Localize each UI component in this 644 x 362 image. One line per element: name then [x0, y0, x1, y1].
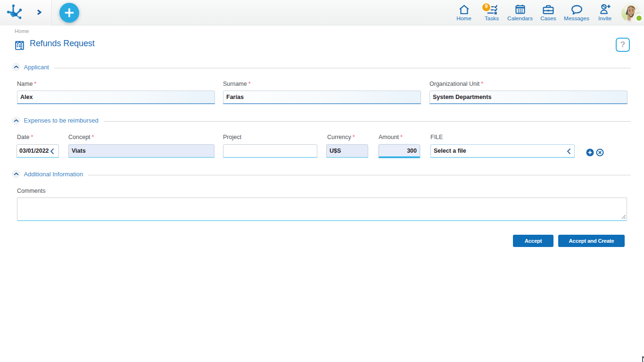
- expand-menu-chevron-icon[interactable]: [37, 9, 41, 15]
- accept-button[interactable]: Accept: [513, 235, 553, 247]
- field-value: Viats: [72, 148, 86, 154]
- nav-invite-label: Invite: [588, 15, 622, 22]
- field-label-text: Concept: [68, 134, 91, 140]
- status-online-dot: [635, 14, 643, 22]
- plus-icon: [65, 8, 74, 17]
- section-applicant-title: Applicant: [24, 64, 49, 71]
- name-label: Name*: [17, 81, 36, 87]
- collapse-additional-button[interactable]: [12, 170, 20, 178]
- date-label: Date*: [17, 134, 33, 140]
- date-picker-chevron-icon[interactable]: [50, 148, 54, 155]
- field-value: 03/01/2022: [19, 148, 49, 154]
- name-field[interactable]: Alex: [17, 90, 215, 104]
- amount-field[interactable]: 300: [379, 144, 420, 158]
- remove-row-icon[interactable]: [596, 148, 604, 156]
- required-asterisk: *: [31, 134, 33, 140]
- field-label-text: Organizational Unit: [429, 81, 479, 87]
- help-button[interactable]: ?: [616, 38, 630, 52]
- collapse-applicant-button[interactable]: [12, 63, 20, 71]
- field-label-text: FILE: [430, 134, 443, 140]
- surname-field[interactable]: Farías: [223, 90, 421, 104]
- comments-textarea[interactable]: [17, 197, 627, 221]
- field-label-text: Date: [17, 134, 29, 140]
- accept-and-create-button[interactable]: Accept and Create: [558, 235, 625, 247]
- chevron-up-icon: [14, 66, 19, 68]
- field-label-text: Currency: [327, 134, 351, 140]
- file-label: FILE: [430, 134, 443, 140]
- required-asterisk: *: [353, 134, 355, 140]
- orgunit-label: Organizational Unit*: [429, 81, 483, 87]
- comments-label: Comments: [17, 188, 45, 194]
- project-field[interactable]: [223, 144, 317, 158]
- field-label-text: Surname: [223, 81, 247, 87]
- resize-handle-icon[interactable]: [621, 214, 626, 219]
- date-field[interactable]: 03/01/2022: [17, 144, 59, 158]
- field-label-text: Comments: [17, 188, 45, 194]
- required-asterisk: *: [248, 81, 251, 87]
- surname-label: Surname*: [223, 81, 251, 87]
- page-title: Refunds Request: [30, 39, 95, 49]
- field-label-text: Name: [17, 81, 33, 87]
- section-applicant-header: Applicant: [12, 63, 631, 71]
- mouse-cursor: [642, 356, 644, 362]
- concept-field[interactable]: Viats: [68, 144, 215, 158]
- calendars-icon: [515, 4, 526, 15]
- messages-icon: [571, 4, 583, 15]
- field-value: Alex: [20, 94, 33, 100]
- section-rule: [54, 68, 631, 68]
- section-expenses-title: Expenses to be reimbursed: [24, 117, 99, 124]
- file-field[interactable]: Select a file: [430, 144, 575, 158]
- chevron-up-icon: [14, 119, 19, 122]
- section-rule: [88, 175, 631, 175]
- collapse-expenses-button[interactable]: [12, 116, 20, 125]
- invite-icon: [599, 4, 611, 15]
- add-row-icon[interactable]: [586, 148, 594, 156]
- section-rule: [104, 121, 631, 122]
- home-icon: [459, 4, 470, 15]
- section-additional-title: Additional Information: [24, 171, 83, 178]
- required-asterisk: *: [34, 81, 36, 87]
- section-additional-header: Additional Information: [12, 170, 631, 178]
- field-value: U$S: [330, 148, 341, 154]
- field-label-text: Amount: [379, 134, 399, 140]
- concept-label: Concept*: [68, 134, 94, 140]
- user-avatar[interactable]: [621, 3, 641, 23]
- nav-invite[interactable]: Invite: [588, 4, 622, 22]
- breadcrumb[interactable]: Home: [15, 28, 29, 34]
- bizagi-logo[interactable]: [6, 3, 24, 21]
- currency-field[interactable]: U$S: [326, 144, 368, 158]
- tasks-badge: 9: [481, 2, 491, 12]
- field-value: 300: [407, 148, 417, 154]
- currency-label: Currency*: [327, 134, 355, 140]
- file-select-chevron-icon[interactable]: [567, 148, 571, 155]
- field-value: System Departments: [433, 94, 491, 100]
- project-label: Project: [223, 134, 241, 140]
- topbar: Home 9 Tasks Calendars: [0, 0, 644, 25]
- amount-label: Amount*: [379, 134, 403, 140]
- logo-panel: [0, 0, 52, 25]
- field-label-text: Project: [223, 134, 241, 140]
- form-icon: [14, 40, 25, 51]
- new-case-button[interactable]: [59, 3, 79, 23]
- field-placeholder: Select a file: [434, 148, 466, 154]
- orgunit-field[interactable]: System Departments: [429, 90, 627, 104]
- required-asterisk: *: [92, 134, 94, 140]
- section-expenses-header: Expenses to be reimbursed: [12, 116, 631, 125]
- cases-icon: [543, 4, 554, 15]
- required-asterisk: *: [400, 134, 403, 140]
- required-asterisk: *: [481, 81, 483, 87]
- chevron-up-icon: [14, 173, 19, 175]
- field-value: Farías: [226, 94, 244, 100]
